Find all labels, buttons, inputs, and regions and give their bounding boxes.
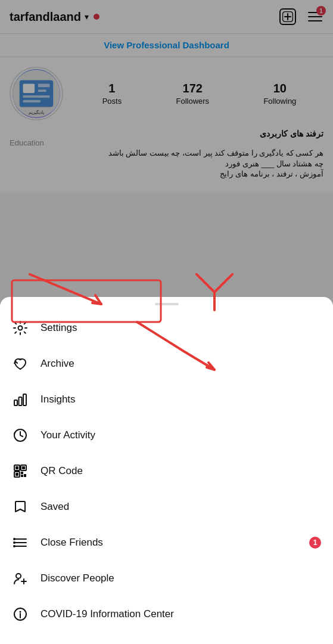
bookmark-icon <box>12 499 29 515</box>
discover-people-label: Discover People <box>41 572 114 584</box>
sheet-handle <box>155 303 179 305</box>
menu-item-covid[interactable]: COVID-19 Information Center <box>0 596 333 632</box>
gear-icon <box>12 320 29 336</box>
svg-point-31 <box>16 574 21 578</box>
your-activity-label: Your Activity <box>41 429 95 441</box>
close-friends-icon <box>12 534 29 551</box>
svg-rect-23 <box>24 474 26 477</box>
svg-rect-17 <box>15 466 18 469</box>
menu-item-saved[interactable]: Saved <box>0 489 333 525</box>
activity-icon <box>12 427 29 444</box>
menu-item-qr-code[interactable]: QR Code <box>0 453 333 489</box>
archive-icon <box>12 355 29 372</box>
qr-icon <box>12 463 29 479</box>
svg-point-33 <box>20 611 21 613</box>
menu-item-archive[interactable]: Archive <box>0 346 333 382</box>
svg-rect-14 <box>23 394 26 405</box>
svg-rect-19 <box>22 466 25 469</box>
svg-point-36 <box>14 614 15 615</box>
bar-chart-icon <box>12 391 29 408</box>
menu-item-close-friends[interactable]: Close Friends 1 <box>0 525 333 561</box>
qr-code-label: QR Code <box>41 465 83 477</box>
insights-label: Insights <box>41 394 76 405</box>
svg-point-34 <box>20 608 21 609</box>
settings-label: Settings <box>41 322 77 334</box>
close-friends-label: Close Friends <box>41 537 103 549</box>
svg-point-35 <box>20 620 21 621</box>
menu-item-discover-people[interactable]: Discover People <box>0 561 333 596</box>
covid-icon <box>12 606 29 623</box>
menu-item-your-activity[interactable]: Your Activity <box>0 417 333 453</box>
svg-rect-24 <box>21 475 23 477</box>
svg-rect-22 <box>21 472 23 474</box>
bottom-sheet: Settings Archive Insights <box>0 297 333 644</box>
menu-item-insights[interactable]: Insights <box>0 382 333 417</box>
close-friends-badge: 1 <box>309 537 321 549</box>
archive-label: Archive <box>41 358 74 370</box>
covid-label: COVID-19 Information Center <box>41 608 174 620</box>
svg-rect-12 <box>14 400 17 405</box>
svg-point-29 <box>13 541 15 544</box>
discover-icon <box>12 570 29 587</box>
menu-item-settings[interactable]: Settings <box>0 310 333 346</box>
saved-label: Saved <box>41 501 69 513</box>
svg-point-37 <box>26 614 27 615</box>
svg-rect-13 <box>19 397 22 405</box>
svg-point-11 <box>18 326 23 330</box>
svg-point-30 <box>13 545 15 547</box>
svg-point-28 <box>13 538 15 540</box>
svg-rect-21 <box>15 473 18 476</box>
